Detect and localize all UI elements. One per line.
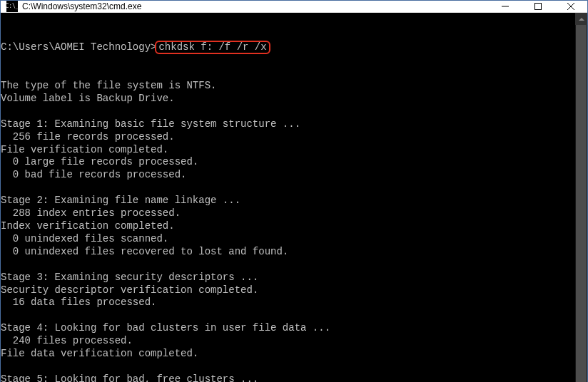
terminal-line: Index verification completed.	[1, 220, 571, 233]
terminal-area: C:\Users\AOMEI Technology>chkdsk f: /f /…	[1, 13, 587, 382]
terminal-line: Stage 5: Looking for bad, free clusters …	[1, 373, 571, 382]
window-controls	[489, 1, 587, 12]
terminal-line: Stage 4: Looking for bad clusters in use…	[1, 322, 571, 335]
close-icon	[567, 3, 574, 10]
maximize-icon	[534, 3, 542, 10]
terminal-line: Stage 1: Examining basic file system str…	[1, 118, 571, 131]
command-text: chkdsk f: /f /r /x	[158, 41, 266, 53]
terminal-line: File verification completed.	[1, 144, 571, 157]
terminal-line: File data verification completed.	[1, 348, 571, 361]
terminal-line: 0 bad file records processed.	[1, 169, 571, 182]
terminal-line	[1, 182, 571, 195]
terminal-line: 240 files processed.	[1, 335, 571, 348]
scrollbar-thumb[interactable]	[576, 25, 587, 382]
prompt: C:\Users\AOMEI Technology>	[1, 41, 156, 53]
scrollbar-track[interactable]	[575, 25, 587, 382]
svg-rect-1	[535, 4, 542, 10]
terminal-line: Stage 2: Examining file name linkage ...	[1, 195, 571, 207]
terminal-line: 288 index entries processed.	[1, 207, 571, 220]
command-highlight: chkdsk f: /f /r /x	[155, 41, 270, 54]
terminal-line: 16 data files processed.	[1, 296, 571, 309]
titlebar[interactable]: C:\_ C:\Windows\system32\cmd.exe	[1, 1, 587, 13]
terminal-output: The type of the file system is NTFS.Volu…	[1, 80, 571, 382]
terminal-line	[1, 309, 571, 322]
terminal-line: 256 file records processed.	[1, 131, 571, 144]
terminal-line: Volume label is Backup Drive.	[1, 93, 571, 105]
terminal-line: 0 unindexed files scanned.	[1, 233, 571, 246]
terminal[interactable]: C:\Users\AOMEI Technology>chkdsk f: /f /…	[1, 13, 575, 382]
terminal-line: Stage 3: Examining security descriptors …	[1, 272, 571, 284]
scroll-up-button[interactable]	[575, 13, 587, 25]
terminal-line: The type of the file system is NTFS.	[1, 80, 571, 93]
minimize-button[interactable]	[489, 1, 522, 12]
scrollbar[interactable]	[575, 13, 587, 382]
terminal-line: 0 large file records processed.	[1, 156, 571, 169]
terminal-line	[1, 361, 571, 373]
maximize-button[interactable]	[522, 1, 554, 12]
cmd-icon: C:\_	[6, 1, 18, 12]
minimize-icon	[502, 3, 509, 10]
terminal-line: 0 unindexed files recovered to lost and …	[1, 246, 571, 259]
terminal-line	[1, 259, 571, 272]
terminal-line: Security descriptor verification complet…	[1, 284, 571, 297]
window-title: C:\Windows\system32\cmd.exe	[22, 1, 489, 11]
terminal-line	[1, 105, 571, 118]
prompt-line: C:\Users\AOMEI Technology>chkdsk f: /f /…	[1, 41, 571, 54]
cmd-window: C:\_ C:\Windows\system32\cmd.exe C:\User…	[0, 0, 588, 382]
cmd-icon-text: C:\_	[5, 4, 19, 9]
chevron-up-icon	[579, 18, 584, 21]
close-button[interactable]	[554, 1, 587, 12]
